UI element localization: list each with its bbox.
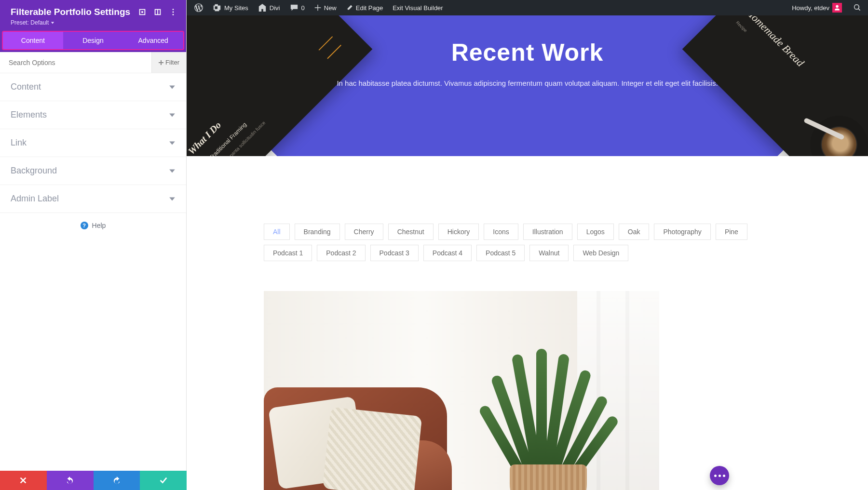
settings-search-row: Filter [0, 52, 186, 73]
filter-walnut[interactable]: Walnut [529, 245, 569, 261]
filter-pine[interactable]: Pine [716, 224, 747, 240]
filter-oak[interactable]: Oak [619, 224, 650, 240]
my-sites-label: My Sites [224, 4, 248, 12]
filter-podcast-3[interactable]: Podcast 3 [370, 245, 419, 261]
chevron-down-icon [169, 84, 176, 91]
settings-tabs-highlight: Content Design Advanced [0, 31, 186, 52]
corner-right-recipe: Recipe [735, 20, 748, 33]
wp-admin-bar: My Sites Divi 0 New Edit Page Exit Visua… [187, 0, 868, 15]
section-label: Background [11, 166, 57, 176]
filter-branding[interactable]: Branding [295, 224, 340, 240]
plant-illustration [490, 349, 606, 490]
svg-point-2 [173, 14, 174, 15]
close-button[interactable] [0, 471, 47, 490]
filter-web-design[interactable]: Web Design [573, 245, 628, 261]
filter-podcast-1[interactable]: Podcast 1 [264, 245, 312, 261]
filter-logos[interactable]: Logos [577, 224, 614, 240]
settings-header: Filterable Portfolio Settings Preset: De… [0, 0, 186, 31]
filter-icons[interactable]: Icons [484, 224, 518, 240]
filter-chestnut[interactable]: Chestnut [388, 224, 434, 240]
chevron-down-icon [169, 196, 176, 202]
portfolio-filters: AllBrandingCherryChestnutHickoryIconsIll… [264, 224, 791, 261]
site-label: Divi [270, 4, 280, 12]
filter-label: Filter [165, 59, 179, 66]
filter-podcast-4[interactable]: Podcast 4 [423, 245, 472, 261]
filter-podcast-2[interactable]: Podcast 2 [317, 245, 365, 261]
redo-button[interactable] [94, 471, 140, 490]
kebab-menu-icon[interactable] [169, 8, 177, 16]
exit-visual-builder-link[interactable]: Exit Visual Builder [388, 0, 448, 15]
avatar [832, 3, 842, 13]
page-preview: What I Do Traditional Framing Cras a pan… [187, 15, 868, 490]
new-label: New [324, 4, 337, 12]
dock-icon[interactable] [153, 8, 162, 16]
section-admin-label[interactable]: Admin Label [0, 185, 186, 213]
svg-point-0 [173, 9, 174, 10]
chevron-down-icon [169, 168, 176, 174]
filter-podcast-5[interactable]: Podcast 5 [476, 245, 525, 261]
exit-vb-label: Exit Visual Builder [393, 4, 443, 12]
hero-section: What I Do Traditional Framing Cras a pan… [187, 15, 868, 156]
section-label: Elements [11, 110, 47, 120]
new-menu[interactable]: New [310, 0, 341, 15]
help-label: Help [92, 222, 106, 229]
filter-hickory[interactable]: Hickory [438, 224, 479, 240]
module-options-button[interactable] [710, 466, 729, 485]
section-label: Link [11, 138, 27, 148]
coffee-cup-icon [798, 104, 868, 156]
preset-label: Preset: Default [11, 19, 49, 26]
tab-design[interactable]: Design [63, 32, 123, 49]
search-toggle[interactable] [851, 0, 864, 15]
section-label: Admin Label [11, 194, 59, 204]
filter-illustration[interactable]: Illustration [523, 224, 572, 240]
section-background[interactable]: Background [0, 157, 186, 185]
hero-title: Recent Work [187, 39, 868, 66]
tab-advanced[interactable]: Advanced [123, 32, 183, 49]
chevron-down-icon [169, 112, 176, 119]
settings-tabs: Content Design Advanced [2, 31, 184, 50]
comments-menu[interactable]: 0 [285, 0, 310, 15]
settings-action-bar [0, 471, 187, 490]
site-menu[interactable]: Divi [253, 0, 285, 15]
settings-title: Filterable Portfolio Settings [11, 7, 138, 17]
chevron-down-icon [169, 140, 176, 146]
portfolio-filter-area: AllBrandingCherryChestnutHickoryIconsIll… [187, 156, 868, 490]
filter-all[interactable]: All [264, 224, 290, 240]
comments-count: 0 [301, 4, 305, 12]
section-link[interactable]: Link [0, 129, 186, 157]
settings-accordion: Content Elements Link Background Admin L… [0, 73, 186, 213]
apply-button[interactable] [140, 471, 187, 490]
my-sites-menu[interactable]: My Sites [208, 0, 253, 15]
user-menu[interactable]: Howdy, etdev [787, 0, 847, 15]
help-link[interactable]: ? Help [0, 213, 186, 238]
edit-page-label: Edit Page [356, 4, 383, 12]
preset-selector[interactable]: Preset: Default [11, 19, 177, 26]
section-elements[interactable]: Elements [0, 101, 186, 129]
tab-content[interactable]: Content [3, 32, 63, 49]
filter-cherry[interactable]: Cherry [345, 224, 383, 240]
undo-button[interactable] [47, 471, 94, 490]
section-label: Content [11, 82, 41, 92]
hero-subtitle: In hac habitasse platea dictumst. Vivamu… [187, 77, 868, 90]
edit-page-link[interactable]: Edit Page [341, 0, 388, 15]
search-icon [854, 4, 861, 12]
howdy-label: Howdy, etdev [792, 4, 829, 12]
section-content[interactable]: Content [0, 73, 186, 101]
filter-photography[interactable]: Photography [654, 224, 710, 240]
settings-search-input[interactable] [0, 59, 151, 66]
wp-logo-menu[interactable] [190, 0, 208, 15]
svg-point-1 [173, 12, 174, 13]
plus-icon [159, 60, 163, 65]
responsive-icon[interactable] [138, 8, 147, 16]
help-icon: ? [81, 222, 88, 229]
settings-panel: Filterable Portfolio Settings Preset: De… [0, 0, 187, 490]
caret-down-icon [51, 21, 54, 25]
sofa-illustration [264, 368, 447, 490]
portfolio-item-image[interactable] [264, 291, 659, 490]
settings-filter-button[interactable]: Filter [151, 52, 186, 73]
